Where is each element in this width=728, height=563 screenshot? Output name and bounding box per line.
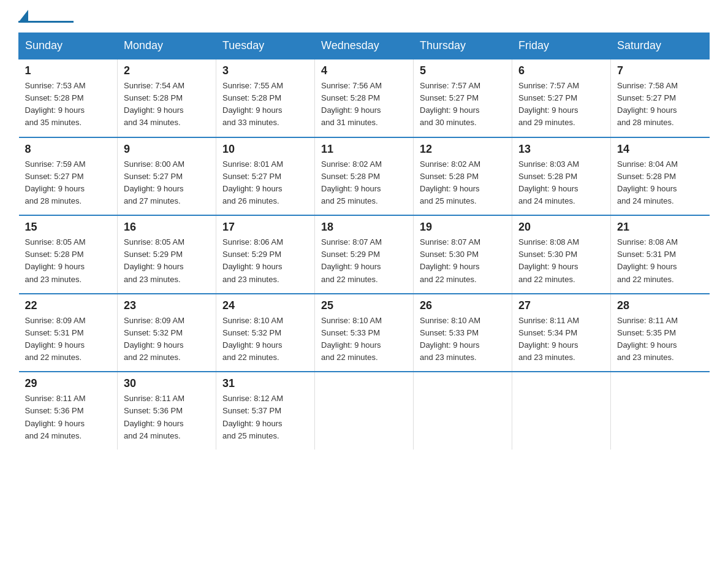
calendar-week-row: 8 Sunrise: 7:59 AMSunset: 5:27 PMDayligh… — [19, 137, 710, 216]
calendar-cell: 27 Sunrise: 8:11 AMSunset: 5:34 PMDaylig… — [512, 294, 611, 372]
header-friday: Friday — [512, 33, 611, 59]
calendar-header-row: SundayMondayTuesdayWednesdayThursdayFrid… — [19, 33, 710, 59]
calendar-cell: 10 Sunrise: 8:01 AMSunset: 5:27 PMDaylig… — [216, 137, 315, 216]
day-info: Sunrise: 7:57 AMSunset: 5:27 PMDaylight:… — [420, 81, 480, 127]
calendar-week-row: 15 Sunrise: 8:05 AMSunset: 5:28 PMDaylig… — [19, 215, 710, 294]
calendar-cell: 3 Sunrise: 7:55 AMSunset: 5:28 PMDayligh… — [216, 59, 315, 137]
logo-underline — [18, 21, 74, 23]
day-number: 2 — [124, 64, 210, 77]
calendar-cell — [512, 372, 611, 450]
day-number: 15 — [25, 221, 112, 234]
calendar-cell: 2 Sunrise: 7:54 AMSunset: 5:28 PMDayligh… — [118, 59, 216, 137]
day-number: 28 — [617, 299, 703, 312]
day-info: Sunrise: 8:08 AMSunset: 5:31 PMDaylight:… — [617, 237, 678, 283]
calendar-cell: 31 Sunrise: 8:12 AMSunset: 5:37 PMDaylig… — [216, 372, 315, 450]
day-info: Sunrise: 8:06 AMSunset: 5:29 PMDaylight:… — [222, 237, 283, 283]
calendar-cell: 4 Sunrise: 7:56 AMSunset: 5:28 PMDayligh… — [315, 59, 414, 137]
day-info: Sunrise: 8:10 AMSunset: 5:33 PMDaylight:… — [321, 316, 382, 362]
day-number: 13 — [518, 143, 604, 156]
day-number: 31 — [222, 377, 308, 390]
calendar-week-row: 29 Sunrise: 8:11 AMSunset: 5:36 PMDaylig… — [19, 372, 710, 450]
day-number: 6 — [518, 64, 604, 77]
calendar-cell: 7 Sunrise: 7:58 AMSunset: 5:27 PMDayligh… — [611, 59, 710, 137]
day-number: 21 — [617, 221, 703, 234]
day-number: 8 — [25, 143, 112, 156]
day-number: 17 — [222, 221, 308, 234]
calendar-week-row: 1 Sunrise: 7:53 AMSunset: 5:28 PMDayligh… — [19, 59, 710, 137]
calendar-cell: 11 Sunrise: 8:02 AMSunset: 5:28 PMDaylig… — [315, 137, 414, 216]
header-tuesday: Tuesday — [216, 33, 315, 59]
calendar-cell: 30 Sunrise: 8:11 AMSunset: 5:36 PMDaylig… — [118, 372, 216, 450]
day-number: 16 — [124, 221, 210, 234]
day-number: 1 — [25, 64, 112, 77]
logo-triangle-icon — [20, 10, 28, 21]
calendar-cell: 1 Sunrise: 7:53 AMSunset: 5:28 PMDayligh… — [19, 59, 118, 137]
calendar-cell: 12 Sunrise: 8:02 AMSunset: 5:28 PMDaylig… — [414, 137, 512, 216]
day-number: 22 — [25, 299, 112, 312]
calendar-cell: 15 Sunrise: 8:05 AMSunset: 5:28 PMDaylig… — [19, 215, 118, 294]
day-info: Sunrise: 7:55 AMSunset: 5:28 PMDaylight:… — [222, 81, 283, 127]
day-number: 3 — [222, 64, 308, 77]
day-info: Sunrise: 8:11 AMSunset: 5:35 PMDaylight:… — [617, 316, 678, 362]
day-info: Sunrise: 8:10 AMSunset: 5:32 PMDaylight:… — [222, 316, 283, 362]
calendar-cell: 20 Sunrise: 8:08 AMSunset: 5:30 PMDaylig… — [512, 215, 611, 294]
day-info: Sunrise: 7:53 AMSunset: 5:28 PMDaylight:… — [25, 81, 86, 127]
header-saturday: Saturday — [611, 33, 710, 59]
day-info: Sunrise: 8:07 AMSunset: 5:30 PMDaylight:… — [420, 237, 480, 283]
day-number: 5 — [420, 64, 506, 77]
day-number: 19 — [420, 221, 506, 234]
calendar-cell: 28 Sunrise: 8:11 AMSunset: 5:35 PMDaylig… — [611, 294, 710, 372]
day-info: Sunrise: 8:03 AMSunset: 5:28 PMDaylight:… — [518, 159, 579, 205]
day-info: Sunrise: 8:05 AMSunset: 5:29 PMDaylight:… — [124, 237, 184, 283]
day-number: 12 — [420, 143, 506, 156]
day-info: Sunrise: 8:02 AMSunset: 5:28 PMDaylight:… — [420, 159, 480, 205]
header-sunday: Sunday — [19, 33, 118, 59]
calendar-cell — [414, 372, 512, 450]
calendar-cell: 18 Sunrise: 8:07 AMSunset: 5:29 PMDaylig… — [315, 215, 414, 294]
day-number: 26 — [420, 299, 506, 312]
calendar-cell: 29 Sunrise: 8:11 AMSunset: 5:36 PMDaylig… — [19, 372, 118, 450]
day-info: Sunrise: 8:10 AMSunset: 5:33 PMDaylight:… — [420, 316, 480, 362]
logo — [18, 12, 74, 23]
day-info: Sunrise: 8:08 AMSunset: 5:30 PMDaylight:… — [518, 237, 579, 283]
day-info: Sunrise: 8:07 AMSunset: 5:29 PMDaylight:… — [321, 237, 382, 283]
day-number: 10 — [222, 143, 308, 156]
day-info: Sunrise: 8:04 AMSunset: 5:28 PMDaylight:… — [617, 159, 678, 205]
page-header — [18, 12, 710, 23]
day-number: 27 — [518, 299, 604, 312]
calendar-cell: 17 Sunrise: 8:06 AMSunset: 5:29 PMDaylig… — [216, 215, 315, 294]
header-thursday: Thursday — [414, 33, 512, 59]
day-info: Sunrise: 8:09 AMSunset: 5:32 PMDaylight:… — [124, 316, 184, 362]
day-info: Sunrise: 8:00 AMSunset: 5:27 PMDaylight:… — [124, 159, 184, 205]
day-info: Sunrise: 8:12 AMSunset: 5:37 PMDaylight:… — [222, 394, 283, 440]
calendar-cell: 6 Sunrise: 7:57 AMSunset: 5:27 PMDayligh… — [512, 59, 611, 137]
calendar-cell: 23 Sunrise: 8:09 AMSunset: 5:32 PMDaylig… — [118, 294, 216, 372]
day-info: Sunrise: 8:11 AMSunset: 5:36 PMDaylight:… — [124, 394, 184, 440]
calendar-cell: 24 Sunrise: 8:10 AMSunset: 5:32 PMDaylig… — [216, 294, 315, 372]
day-number: 4 — [321, 64, 407, 77]
day-number: 24 — [222, 299, 308, 312]
calendar-table: SundayMondayTuesdayWednesdayThursdayFrid… — [18, 33, 710, 450]
header-monday: Monday — [118, 33, 216, 59]
day-info: Sunrise: 7:56 AMSunset: 5:28 PMDaylight:… — [321, 81, 382, 127]
day-info: Sunrise: 8:02 AMSunset: 5:28 PMDaylight:… — [321, 159, 382, 205]
header-wednesday: Wednesday — [315, 33, 414, 59]
calendar-cell: 16 Sunrise: 8:05 AMSunset: 5:29 PMDaylig… — [118, 215, 216, 294]
calendar-cell: 9 Sunrise: 8:00 AMSunset: 5:27 PMDayligh… — [118, 137, 216, 216]
day-info: Sunrise: 8:09 AMSunset: 5:31 PMDaylight:… — [25, 316, 86, 362]
day-number: 29 — [25, 377, 112, 390]
calendar-week-row: 22 Sunrise: 8:09 AMSunset: 5:31 PMDaylig… — [19, 294, 710, 372]
day-info: Sunrise: 7:54 AMSunset: 5:28 PMDaylight:… — [124, 81, 184, 127]
day-number: 20 — [518, 221, 604, 234]
calendar-cell — [315, 372, 414, 450]
day-info: Sunrise: 8:05 AMSunset: 5:28 PMDaylight:… — [25, 237, 86, 283]
day-number: 7 — [617, 64, 703, 77]
day-number: 9 — [124, 143, 210, 156]
calendar-cell: 26 Sunrise: 8:10 AMSunset: 5:33 PMDaylig… — [414, 294, 512, 372]
day-number: 23 — [124, 299, 210, 312]
day-info: Sunrise: 8:01 AMSunset: 5:27 PMDaylight:… — [222, 159, 283, 205]
day-info: Sunrise: 8:11 AMSunset: 5:36 PMDaylight:… — [25, 394, 86, 440]
day-info: Sunrise: 8:11 AMSunset: 5:34 PMDaylight:… — [518, 316, 579, 362]
calendar-cell: 21 Sunrise: 8:08 AMSunset: 5:31 PMDaylig… — [611, 215, 710, 294]
day-number: 18 — [321, 221, 407, 234]
